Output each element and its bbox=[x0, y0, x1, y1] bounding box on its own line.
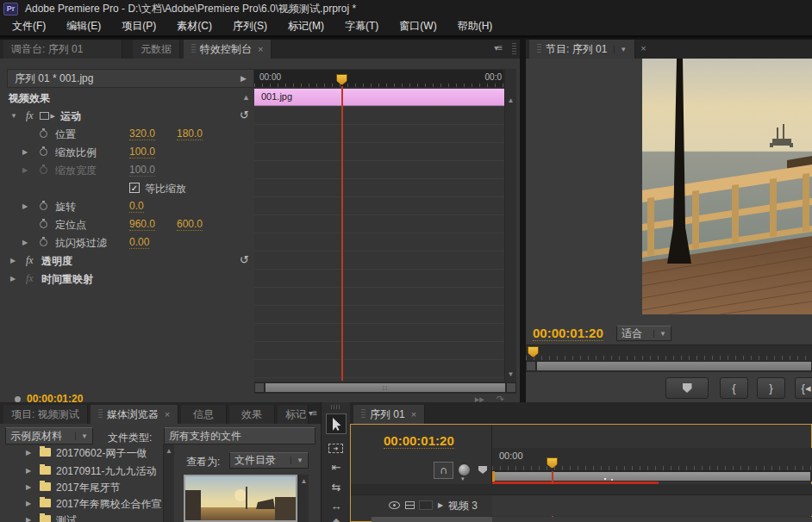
tree-scrollbar[interactable]: ▲ bbox=[163, 444, 174, 522]
menu-file[interactable]: 文件(F) bbox=[2, 17, 56, 35]
chevron-right-icon[interactable]: ▶ bbox=[240, 74, 247, 83]
sync-lock-icon[interactable] bbox=[405, 501, 415, 509]
encore-chapter-marker-icon[interactable] bbox=[459, 464, 470, 475]
anchor-y-value[interactable]: 600.0 bbox=[177, 218, 203, 231]
tree-item-3[interactable]: ▶ 2017年奔腾校企合作宣 bbox=[0, 495, 162, 512]
panel-menu-icon[interactable]: ▾≡ bbox=[494, 40, 507, 59]
stopwatch-icon[interactable] bbox=[40, 239, 47, 246]
twirl-right-icon[interactable]: ▶ bbox=[22, 239, 28, 246]
playhead-line[interactable] bbox=[341, 86, 343, 381]
scroll-up-icon[interactable]: ▲ bbox=[505, 96, 516, 104]
track-video2-header[interactable] bbox=[372, 517, 492, 522]
selection-tool[interactable] bbox=[326, 413, 347, 434]
rolling-edit-tool[interactable]: ⇆ bbox=[329, 481, 343, 494]
program-scrollbar[interactable] bbox=[526, 360, 812, 372]
panel-menu-icon[interactable]: ▾≡ bbox=[309, 405, 321, 424]
twirl-right-icon[interactable]: ▶ bbox=[10, 257, 16, 264]
snap-toggle[interactable]: ∩ bbox=[434, 462, 453, 479]
scroll-up-icon[interactable]: ▲ bbox=[299, 477, 309, 485]
menu-sequence[interactable]: 序列(S) bbox=[222, 17, 278, 35]
program-ruler[interactable] bbox=[526, 345, 812, 360]
twirl-right-icon[interactable]: ▶ bbox=[22, 202, 28, 210]
track-select-tool[interactable]: ➜ bbox=[328, 444, 343, 453]
antiflicker-value[interactable]: 0.00 bbox=[129, 236, 149, 249]
work-area-bar[interactable] bbox=[495, 472, 810, 481]
stopwatch-icon[interactable] bbox=[40, 202, 47, 210]
scrollbar-left-cap[interactable] bbox=[254, 382, 265, 393]
stopwatch-icon[interactable] bbox=[40, 221, 47, 228]
timeline-timecode[interactable]: 00:00:01:20 bbox=[384, 433, 454, 449]
thumbnail-scrollbar[interactable]: ▲ bbox=[298, 475, 309, 522]
tree-item-0[interactable]: ▶ 20170602-网子一做 bbox=[0, 444, 162, 461]
reset-icon[interactable]: ↺ bbox=[240, 109, 249, 121]
efx-clip-bar[interactable]: 001.jpg bbox=[254, 89, 504, 106]
menu-window[interactable]: 窗口(W) bbox=[389, 17, 447, 35]
collapse-icon[interactable]: ▲ bbox=[242, 93, 250, 102]
scrollbar-left-cap[interactable] bbox=[526, 361, 536, 371]
close-icon[interactable]: × bbox=[411, 409, 416, 419]
stopwatch-icon[interactable] bbox=[40, 148, 47, 156]
menu-edit[interactable]: 编辑(E) bbox=[56, 17, 111, 35]
razor-tool[interactable]: ◆ bbox=[329, 515, 343, 522]
tab-effect-controls[interactable]: 特效控制台 × bbox=[184, 40, 272, 59]
mark-in-button[interactable]: { bbox=[720, 377, 748, 399]
source-dropdown[interactable]: 示例原材料 ▼ bbox=[5, 427, 93, 444]
tab-effects[interactable]: 效果 bbox=[229, 405, 275, 424]
twirl-right-icon[interactable]: ▶ bbox=[10, 275, 16, 283]
twirl-right-icon[interactable]: ▶ bbox=[26, 483, 31, 491]
efx-row-time-remap[interactable]: ▶ fx 时间重映射 bbox=[0, 270, 254, 288]
timeline-ruler[interactable]: 00:00 bbox=[492, 448, 812, 471]
efx-timeline-ruler[interactable]: 00:00 00:0 bbox=[254, 69, 504, 88]
menu-title[interactable]: 字幕(T) bbox=[334, 17, 389, 35]
efx-horizontal-scrollbar[interactable]: ⁞⁞ bbox=[254, 382, 516, 394]
work-area-track[interactable] bbox=[492, 471, 812, 482]
close-icon[interactable]: × bbox=[635, 40, 646, 59]
mark-out-button[interactable]: } bbox=[757, 377, 785, 399]
tab-sequence-01[interactable]: 序列 01 × bbox=[353, 405, 425, 424]
tree-item-1[interactable]: ▶ 20170911-九九九活动 bbox=[0, 463, 162, 479]
stopwatch-icon[interactable] bbox=[40, 130, 47, 138]
scroll-down-icon[interactable]: ▼ bbox=[505, 370, 516, 378]
tab-project[interactable]: 项目: 视频测试 bbox=[3, 405, 88, 424]
menu-project[interactable]: 项目(P) bbox=[111, 17, 166, 35]
twirl-right-icon[interactable]: ▶ bbox=[22, 166, 28, 174]
scroll-up-icon[interactable]: ▲ bbox=[164, 447, 174, 455]
set-marker-icon[interactable] bbox=[478, 466, 487, 474]
close-icon[interactable]: × bbox=[258, 44, 263, 54]
position-x-value[interactable]: 320.0 bbox=[129, 127, 155, 140]
program-timecode[interactable]: 00:00:01:20 bbox=[533, 326, 603, 341]
track-video2-content[interactable] bbox=[492, 517, 812, 522]
twirl-down-icon[interactable]: ▼ bbox=[10, 112, 17, 120]
efx-vertical-scrollbar[interactable]: ▲ ▼ bbox=[504, 69, 516, 382]
efx-row-opacity[interactable]: ▶ fx 透明度 ↺ bbox=[0, 252, 254, 270]
uniform-scale-checkbox[interactable]: ✓ bbox=[129, 183, 140, 193]
twirl-right-icon[interactable]: ▶ bbox=[22, 148, 28, 156]
go-to-in-button[interactable]: {◂ bbox=[795, 377, 812, 399]
menu-marker[interactable]: 标记(M) bbox=[278, 17, 334, 35]
scrollbar-right-cap[interactable] bbox=[506, 382, 516, 393]
media-thumbnail[interactable] bbox=[184, 475, 297, 522]
track-lock-toggle[interactable] bbox=[419, 500, 433, 510]
tab-program[interactable]: 节目: 序列 01 ▼ bbox=[529, 40, 635, 59]
scale-value[interactable]: 100.0 bbox=[129, 146, 155, 158]
twirl-right-icon[interactable]: ▶ bbox=[26, 516, 31, 522]
menu-help[interactable]: 帮助(H) bbox=[447, 17, 503, 35]
reset-icon[interactable]: ↺ bbox=[240, 253, 249, 266]
twirl-right-icon[interactable]: ▶ bbox=[438, 501, 443, 509]
scrollbar-thumb[interactable] bbox=[536, 361, 812, 371]
add-marker-button[interactable] bbox=[665, 377, 709, 399]
ripple-edit-tool[interactable]: ⇤ bbox=[329, 461, 343, 474]
anchor-x-value[interactable]: 960.0 bbox=[129, 218, 155, 231]
rate-stretch-tool[interactable]: ↔ bbox=[329, 500, 343, 513]
position-y-value[interactable]: 180.0 bbox=[177, 127, 203, 140]
track-output-eye-icon[interactable] bbox=[389, 501, 400, 509]
file-type-dropdown[interactable]: 所有支持的文件 bbox=[164, 427, 315, 444]
twirl-right-icon[interactable]: ▶ bbox=[26, 500, 31, 507]
track-video3-content[interactable] bbox=[492, 495, 812, 516]
tab-media-browser[interactable]: 媒体浏览器 × bbox=[91, 405, 178, 424]
efx-clip-header[interactable]: 序列 01 * 001.jpg ▶ bbox=[7, 69, 254, 88]
tree-item-4[interactable]: ▶ 测试 bbox=[0, 512, 162, 522]
tab-info[interactable]: 信息 bbox=[181, 405, 227, 424]
tab-metadata[interactable]: 元数据 bbox=[133, 40, 180, 59]
tree-item-2[interactable]: ▶ 2017年尾牙节 bbox=[0, 479, 162, 495]
